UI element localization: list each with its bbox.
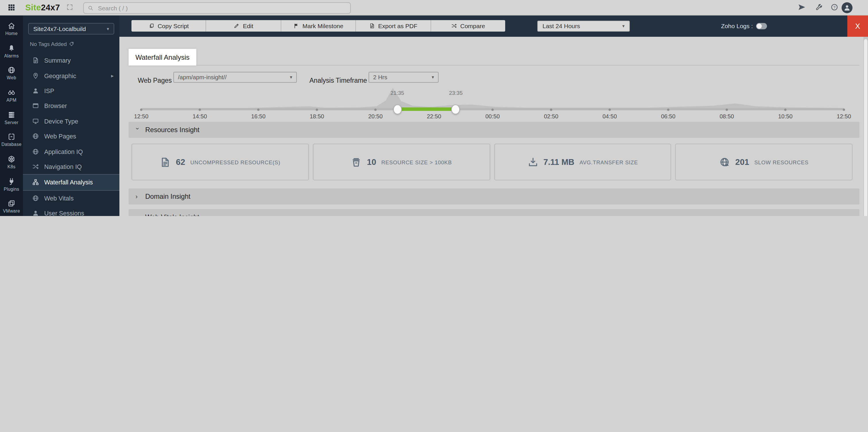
rail-item-home[interactable]: Home	[0, 18, 23, 40]
rail-bell-icon	[7, 44, 16, 52]
zoho-logs-toggle[interactable]	[756, 23, 767, 29]
sidebar-item-navigation-iq[interactable]: Navigation IQ	[23, 159, 119, 174]
slider-tick-dot	[491, 109, 494, 111]
slider-handle-label-start: 21:35	[380, 90, 414, 96]
rail-item-label: K8s	[7, 164, 16, 170]
sitemap-icon	[32, 179, 39, 186]
slider-tick-dot	[316, 109, 318, 111]
toggle-knob	[757, 23, 762, 28]
vertical-scrollbar[interactable]	[863, 37, 868, 216]
stat-label: UNCOMPRESSED RESOURCE(S)	[190, 160, 280, 166]
sidebar-item-label: Summary	[44, 57, 71, 64]
download-icon	[527, 156, 538, 168]
toolbar-button-label: Compare	[460, 22, 485, 29]
globearrow-icon	[719, 156, 730, 168]
compare-button[interactable]: Compare	[431, 20, 505, 32]
tools-icon[interactable]	[815, 3, 823, 11]
rail-item-k8s[interactable]: K8s	[0, 151, 23, 173]
globe-icon	[32, 148, 39, 155]
time-range-select[interactable]: Last 24 Hours ▾	[537, 20, 630, 31]
slider-handle-end[interactable]	[452, 105, 460, 114]
export-as-pdf-button[interactable]: Export as PDF	[356, 20, 431, 32]
edit-button[interactable]: Edit	[206, 20, 281, 32]
section-resources-insight[interactable]: › Resources Insight	[129, 122, 859, 138]
monitor-select[interactable]: Site24x7-Localbuild ▾	[28, 23, 114, 34]
section-web-vitals-insight[interactable]: › Web Vitals Insight	[129, 209, 859, 216]
stat-card: 62UNCOMPRESSED RESOURCE(S)	[131, 144, 309, 180]
stat-card: 201SLOW RESOURCES	[675, 144, 853, 180]
slider-handle-start[interactable]	[393, 105, 402, 114]
rail-globe-icon	[7, 66, 16, 74]
timeframe-select[interactable]: 2 Hrs ▾	[369, 72, 439, 83]
shuffle-icon	[32, 163, 39, 170]
rail-item-database[interactable]: Database	[0, 129, 23, 151]
sidebar-item-browser[interactable]: Browser	[23, 98, 119, 113]
chevron-down-icon: ▾	[622, 23, 625, 28]
stat-value: 62	[176, 157, 185, 167]
sidebar-item-web-vitals[interactable]: Web Vitals	[23, 191, 119, 206]
app-root: Site24x7 ? HomeAlarmsWebAPMServerDatabas…	[0, 0, 868, 216]
rail-item-label: APM	[7, 98, 17, 103]
rail-item-label: Database	[1, 142, 22, 147]
sidebar-item-summary[interactable]: Summary	[23, 53, 119, 68]
rail-item-apm[interactable]: APM	[0, 84, 23, 107]
global-search[interactable]	[83, 2, 351, 14]
chevron-right-icon: ›	[135, 193, 140, 200]
slider-tick-label: 18:50	[304, 113, 330, 119]
rail-item-vmware[interactable]: VMware	[0, 196, 23, 216]
slider-tick-dot	[550, 109, 553, 111]
docfile-icon	[32, 57, 39, 64]
close-button[interactable]: X	[847, 15, 868, 37]
mark-milestone-button[interactable]: Mark Milestone	[281, 20, 356, 32]
traffic-sparkline	[141, 85, 844, 109]
globe-icon	[32, 133, 39, 140]
site24x7-logo: Site24x7	[25, 3, 60, 12]
chevron-down-icon: ▾	[432, 75, 434, 80]
zoho-logs-control: Zoho Logs :	[721, 20, 767, 32]
stat-card: 10RESOURCE SIZE > 100KB	[313, 144, 490, 180]
monitor-select-value: Site24x7-Localbuild	[33, 25, 107, 32]
send-icon[interactable]	[798, 3, 805, 11]
help-icon[interactable]: ?	[831, 3, 838, 11]
slider-selected-range[interactable]	[397, 108, 456, 111]
copy-script-button[interactable]: Copy Script	[131, 20, 206, 32]
sidebar-item-device-type[interactable]: Device Type	[23, 113, 119, 129]
main-nav-rail: HomeAlarmsWebAPMServerDatabaseK8sPlugins…	[0, 15, 23, 216]
slider-tick-dot	[784, 109, 787, 111]
web-pages-select[interactable]: /apm/apm-insight// ▾	[174, 72, 297, 83]
time-range-value: Last 24 Hours	[542, 22, 622, 29]
stat-label: RESOURCE SIZE > 100KB	[381, 160, 452, 166]
slider-handle-label-end: 23:35	[439, 90, 473, 96]
chevron-down-icon: ▾	[290, 75, 292, 80]
sidebar-item-label: Geographic	[44, 72, 76, 79]
chevron-right-icon: ▸	[111, 73, 114, 79]
sidebar-item-user-sessions[interactable]: User Sessions	[23, 206, 119, 216]
sidebar-item-waterfall-analysis[interactable]: Waterfall Analysis	[23, 174, 119, 191]
toolbar-button-label: Copy Script	[158, 22, 189, 29]
slider-tick-label: 08:50	[714, 113, 739, 119]
scrollbar-thumb[interactable]	[864, 39, 867, 216]
sidebar-item-label: ISP	[44, 87, 54, 94]
sidebar-item-web-pages[interactable]: Web Pages	[23, 129, 119, 144]
sidebar-item-isp[interactable]: ISP	[23, 83, 119, 98]
sidebar-item-geographic[interactable]: Geographic▸	[23, 68, 119, 83]
rail-item-alarms[interactable]: Alarms	[0, 40, 23, 62]
toolbar-button-label: Edit	[243, 22, 253, 29]
app-grid-icon[interactable]	[7, 3, 16, 11]
rail-item-plugins[interactable]: Plugins	[0, 173, 23, 196]
rail-item-web[interactable]: Web	[0, 62, 23, 84]
slider-tick-label: 10:50	[773, 113, 798, 119]
rail-item-server[interactable]: Server	[0, 107, 23, 129]
rail-vmware-icon	[7, 200, 16, 208]
section-domain-insight[interactable]: › Domain Insight	[129, 189, 859, 204]
slider-tick-label: 22:50	[422, 113, 446, 119]
search-input[interactable]	[97, 4, 346, 12]
expand-icon[interactable]	[67, 4, 73, 10]
avatar[interactable]	[842, 2, 852, 13]
tab-divider	[129, 65, 859, 65]
docfile-icon	[160, 156, 171, 168]
tags-row[interactable]: No Tags Added	[30, 41, 74, 47]
sidebar-item-label: Waterfall Analysis	[44, 179, 93, 186]
sidebar-item-application-iq[interactable]: Application IQ	[23, 144, 119, 159]
tab-waterfall-analysis[interactable]: Waterfall Analysis	[129, 49, 196, 65]
